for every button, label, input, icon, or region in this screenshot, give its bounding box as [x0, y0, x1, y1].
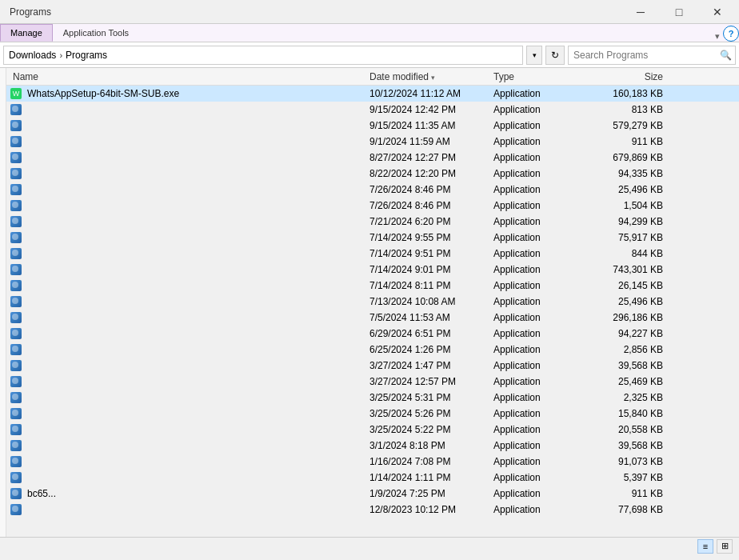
cell-date: 7/21/2024 6:20 PM: [370, 216, 493, 227]
help-button[interactable]: ?: [723, 26, 739, 42]
cell-size: 94,299 KB: [589, 216, 669, 227]
exe-icon: [10, 343, 22, 356]
cell-name: [10, 279, 370, 292]
cell-size: 1,504 KB: [589, 200, 669, 211]
table-row[interactable]: 6/25/2024 1:26 PM Application 2,856 KB: [6, 342, 739, 358]
table-row[interactable]: 3/25/2024 5:22 PM Application 20,558 KB: [6, 422, 739, 438]
table-row[interactable]: 7/26/2024 8:46 PM Application 25,496 KB: [6, 182, 739, 198]
cell-name: [10, 423, 370, 436]
cell-size: 15,840 KB: [589, 408, 669, 419]
table-row[interactable]: 3/27/2024 1:47 PM Application 39,568 KB: [6, 358, 739, 374]
table-row[interactable]: 8/27/2024 12:27 PM Application 679,869 K…: [6, 150, 739, 166]
table-row[interactable]: 3/25/2024 5:31 PM Application 2,325 KB: [6, 390, 739, 406]
window-title: Programs: [3, 6, 51, 18]
search-box: 🔍: [568, 46, 736, 65]
exe-icon: [10, 407, 22, 420]
table-row[interactable]: 7/5/2024 11:53 AM Application 296,186 KB: [6, 310, 739, 326]
cell-date: 3/27/2024 12:57 PM: [370, 376, 493, 387]
cell-type: Application: [493, 168, 589, 179]
file-list[interactable]: W WhatsAppSetup-64bit-SM-SUB.exe 10/12/2…: [6, 86, 739, 537]
exe-icon: [10, 247, 22, 260]
col-name-header[interactable]: Name: [10, 71, 370, 82]
exe-icon: [10, 135, 22, 148]
cell-date: 6/25/2024 1:26 PM: [370, 344, 493, 355]
breadcrumb-dropdown-button[interactable]: ▾: [526, 46, 542, 65]
cell-date: 9/1/2024 11:59 AM: [370, 136, 493, 147]
cell-size: 20,558 KB: [589, 424, 669, 435]
table-row[interactable]: 7/14/2024 9:51 PM Application 844 KB: [6, 246, 739, 262]
details-view-button[interactable]: ≡: [697, 539, 713, 554]
cell-type: Application: [493, 504, 589, 515]
maximize-button[interactable]: □: [661, 0, 697, 24]
exe-icon: [10, 215, 22, 228]
table-row[interactable]: 7/13/2024 10:08 AM Application 25,496 KB: [6, 294, 739, 310]
tab-app-tools[interactable]: Application Tools: [53, 24, 139, 42]
table-row[interactable]: 3/1/2024 8:18 PM Application 39,568 KB: [6, 438, 739, 454]
exe-icon: [10, 423, 22, 436]
cell-size: 26,145 KB: [589, 280, 669, 291]
table-row[interactable]: 12/8/2023 10:12 PM Application 77,698 KB: [6, 502, 739, 518]
table-row[interactable]: 7/21/2024 6:20 PM Application 94,299 KB: [6, 214, 739, 230]
table-row[interactable]: 1/16/2024 7:08 PM Application 91,073 KB: [6, 454, 739, 470]
cell-type: Application: [493, 264, 589, 275]
table-row[interactable]: 8/22/2024 12:20 PM Application 94,335 KB: [6, 166, 739, 182]
cell-type: Application: [493, 248, 589, 259]
cell-type: Application: [493, 376, 589, 387]
col-date-header[interactable]: Date modified ▾: [370, 71, 493, 82]
cell-name: [10, 391, 370, 404]
col-type-header[interactable]: Type: [493, 71, 589, 82]
cell-size: 2,325 KB: [589, 392, 669, 403]
cell-date: 3/25/2024 5:26 PM: [370, 408, 493, 419]
cell-date: 1/9/2024 7:25 PM: [370, 488, 493, 499]
grid-view-button[interactable]: ⊞: [717, 539, 733, 554]
tab-manage[interactable]: Manage: [0, 24, 53, 42]
table-row[interactable]: 9/15/2024 11:35 AM Application 579,279 K…: [6, 118, 739, 134]
cell-name: [10, 231, 370, 244]
cell-date: 7/14/2024 9:01 PM: [370, 264, 493, 275]
cell-name: [10, 135, 370, 148]
cell-date: 7/5/2024 11:53 AM: [370, 312, 493, 323]
table-row[interactable]: bc65... 1/9/2024 7:25 PM Application 911…: [6, 486, 739, 502]
cell-name: [10, 327, 370, 340]
cell-date: 9/15/2024 11:35 AM: [370, 120, 493, 131]
cell-size: 39,568 KB: [589, 440, 669, 451]
table-row[interactable]: 7/14/2024 8:11 PM Application 26,145 KB: [6, 278, 739, 294]
cell-size: 679,869 KB: [589, 152, 669, 163]
cell-size: 813 KB: [589, 104, 669, 115]
cell-name: [10, 183, 370, 196]
table-row[interactable]: 7/26/2024 8:46 PM Application 1,504 KB: [6, 198, 739, 214]
cell-type: Application: [493, 392, 589, 403]
table-row[interactable]: 7/14/2024 9:01 PM Application 743,301 KB: [6, 262, 739, 278]
cell-date: 10/12/2024 11:12 AM: [370, 88, 493, 99]
cell-name: bc65...: [10, 487, 370, 500]
cell-name: [10, 343, 370, 356]
exe-icon: [10, 455, 22, 468]
table-row[interactable]: 7/14/2024 9:55 PM Application 75,917 KB: [6, 230, 739, 246]
minimize-button[interactable]: ─: [622, 0, 659, 24]
exe-icon: [10, 391, 22, 404]
table-row[interactable]: 9/1/2024 11:59 AM Application 911 KB: [6, 134, 739, 150]
table-row[interactable]: 3/25/2024 5:26 PM Application 15,840 KB: [6, 406, 739, 422]
cell-name: [10, 407, 370, 420]
cell-date: 3/25/2024 5:22 PM: [370, 424, 493, 435]
table-row[interactable]: 9/15/2024 12:42 PM Application 813 KB: [6, 102, 739, 118]
breadcrumb[interactable]: Downloads › Programs: [3, 46, 523, 65]
cell-name: [10, 103, 370, 116]
refresh-button[interactable]: ↻: [545, 46, 565, 65]
col-size-header[interactable]: Size: [589, 71, 669, 82]
cell-date: 3/25/2024 5:31 PM: [370, 392, 493, 403]
table-row[interactable]: 6/29/2024 6:51 PM Application 94,227 KB: [6, 326, 739, 342]
cell-type: Application: [493, 120, 589, 131]
cell-name: [10, 471, 370, 484]
whatsapp-icon: W: [10, 87, 22, 100]
table-row[interactable]: 1/14/2024 1:11 PM Application 5,397 KB: [6, 470, 739, 486]
exe-icon: [10, 487, 22, 500]
search-button[interactable]: 🔍: [716, 46, 735, 65]
cell-date: 7/26/2024 8:46 PM: [370, 184, 493, 195]
close-button[interactable]: ✕: [699, 0, 736, 24]
cell-name: [10, 295, 370, 308]
table-row[interactable]: W WhatsAppSetup-64bit-SM-SUB.exe 10/12/2…: [6, 86, 739, 102]
search-input[interactable]: [569, 46, 716, 64]
table-row[interactable]: 3/27/2024 12:57 PM Application 25,469 KB: [6, 374, 739, 390]
cell-date: 7/13/2024 10:08 AM: [370, 296, 493, 307]
